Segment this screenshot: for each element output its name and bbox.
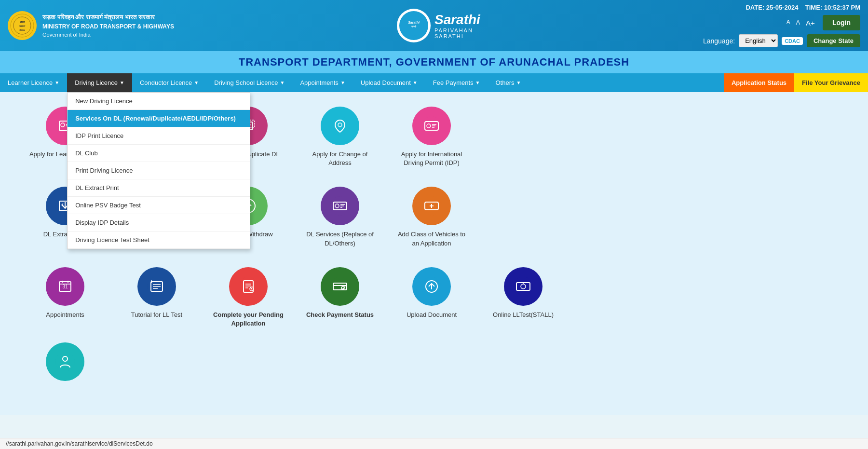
nav-others-label: Others <box>495 79 514 86</box>
nav-file-grievance[interactable]: File Your Grievance <box>794 73 868 92</box>
cdac-badge: CDAC <box>782 37 803 45</box>
nav-driving-school[interactable]: Driving School Licence ▼ <box>206 73 292 92</box>
sarathi-label: SARATHI <box>434 33 464 39</box>
sarathi-text: Sarathi PARIVAHAN SARATHI <box>434 12 480 39</box>
dept-banner-text: TRANSPORT DEPARTMENT, GOVERNMENT OF ARUN… <box>239 56 629 68</box>
header: भारत सरकार INDIA सड़क परिवहन और राजमार्ग… <box>0 0 868 51</box>
svg-text:भारत: भारत <box>20 21 25 24</box>
nav-driving-school-arrow: ▼ <box>280 80 285 85</box>
nav-upload-document[interactable]: Upload Document ▼ <box>353 73 425 92</box>
sarathi-circle-inner: Sarathi सारथी <box>399 11 428 40</box>
card-change-address[interactable]: Apply for Change of Address <box>304 107 376 167</box>
card-pending-application-icon <box>229 267 268 306</box>
change-state-button[interactable]: Change State <box>807 34 860 47</box>
font-small[interactable]: A <box>785 18 792 28</box>
date-value: 25-05-2024 <box>766 4 799 11</box>
datetime: DATE: 25-05-2024 TIME: 10:52:37 PM <box>746 4 860 11</box>
dropdown-services-dl[interactable]: Services On DL (Renewal/Duplicate/AEDL/I… <box>68 110 250 127</box>
card-dl-services[interactable]: DL Services (Replace of DL/Others) <box>304 187 376 247</box>
ministry-text: सड़क परिवहन और राजमार्ग मंत्रालय भारत सर… <box>42 13 174 39</box>
time-label: TIME: <box>805 4 822 11</box>
dropdown-idp-details[interactable]: Display IDP Details <box>68 214 250 231</box>
dropdown-dl-extract[interactable]: DL Extract Print <box>68 179 250 197</box>
dropdown-idp-print[interactable]: IDP Print Licence <box>68 127 250 145</box>
nav-driving-school-label: Driving School Licence <box>214 79 278 86</box>
card-appointments-label: Appointments <box>46 311 84 319</box>
card-payment-status-icon <box>321 267 359 306</box>
card-tutorial-ll-icon <box>137 267 176 306</box>
dropdown-psv-badge[interactable]: Online PSV Badge Test <box>68 197 250 214</box>
header-center: Sarathi सारथी Sarathi PARIVAHAN SARATHI <box>397 9 480 42</box>
language-select[interactable]: English हिंदी <box>739 34 778 47</box>
nav-driving-licence-label: Driving Licence <box>75 79 118 86</box>
card-pending-application[interactable]: Complete your Pending Application <box>212 267 285 328</box>
nav-upload-document-label: Upload Document <box>361 79 411 86</box>
card-dl-services-icon <box>321 187 359 225</box>
card-upload-document-icon <box>412 267 451 306</box>
card-add-class-vehicles-icon <box>412 187 451 225</box>
service-cards-row4 <box>0 338 868 395</box>
card-online-lltest-icon <box>504 267 542 306</box>
hindi-title: सड़क परिवहन और राजमार्ग मंत्रालय भारत सर… <box>42 13 174 22</box>
card-add-class-vehicles-label: Add Class of Vehicles to an Application <box>395 230 468 247</box>
card-payment-status-label: Check Payment Status <box>306 311 374 319</box>
nav-appointments[interactable]: Appointments ▼ <box>292 73 353 92</box>
font-large[interactable]: A+ <box>804 18 817 28</box>
dropdown-new-dl[interactable]: New Driving Licence <box>68 93 250 110</box>
card-tutorial-ll[interactable]: Tutorial for LL Test <box>121 267 193 328</box>
card-extra[interactable] <box>29 342 101 386</box>
card-upload-document[interactable]: Upload Document <box>395 267 468 328</box>
svg-text:31: 31 <box>62 284 68 289</box>
nav-file-grievance-label: File Your Grievance <box>802 79 860 86</box>
parivahan-label: PARIVAHAN <box>434 27 473 33</box>
service-cards-row3: 31 Appointments Tutorial for LL Test <box>0 258 868 338</box>
dropdown-print-dl[interactable]: Print Driving Licence <box>68 162 250 179</box>
nav-driving-licence[interactable]: Driving Licence ▼ New Driving Licence Se… <box>67 73 132 92</box>
card-upload-document-label: Upload Document <box>407 311 457 319</box>
card-idp-label: Apply for International Driving Permit (… <box>395 150 468 167</box>
dropdown-dl-club[interactable]: DL Club <box>68 145 250 162</box>
card-pending-application-label: Complete your Pending Application <box>212 311 285 328</box>
card-idp[interactable]: Apply for International Driving Permit (… <box>395 107 468 167</box>
sarathi-logo: Sarathi सारथी Sarathi PARIVAHAN SARATHI <box>397 9 480 42</box>
english-title: MINISTRY OF ROAD TRANSPORT & HIGHWAYS <box>42 22 174 31</box>
nav-fee-payments-label: Fee Payments <box>433 79 474 86</box>
card-online-lltest[interactable]: Online LLTest(STALL) <box>487 267 559 328</box>
gov-label: Government of India <box>42 31 174 39</box>
card-tutorial-ll-label: Tutorial for LL Test <box>131 311 182 319</box>
government-emblem: भारत सरकार INDIA <box>8 11 37 40</box>
nav-application-status[interactable]: Application Status <box>724 73 794 92</box>
nav-others[interactable]: Others ▼ <box>488 73 529 92</box>
header-right: DATE: 25-05-2024 TIME: 10:52:37 PM A A A… <box>703 4 860 47</box>
card-appointments[interactable]: 31 Appointments <box>29 267 101 328</box>
nav-fee-payments[interactable]: Fee Payments ▼ <box>425 73 488 92</box>
card-online-lltest-label: Online LLTest(STALL) <box>493 311 554 319</box>
card-idp-icon <box>412 107 451 145</box>
dept-banner: TRANSPORT DEPARTMENT, GOVERNMENT OF ARUN… <box>0 51 868 73</box>
card-change-address-icon <box>321 107 359 145</box>
svg-point-63 <box>239 277 258 296</box>
card-payment-status[interactable]: Check Payment Status <box>304 267 376 328</box>
nav-others-arrow: ▼ <box>516 80 521 85</box>
nav-learner-licence[interactable]: Learner Licence ▼ <box>0 73 67 92</box>
driving-licence-dropdown: New Driving Licence Services On DL (Rene… <box>67 92 250 249</box>
font-medium[interactable]: A <box>794 18 802 28</box>
nav-conductor-licence[interactable]: Conductor Licence ▼ <box>132 73 206 92</box>
svg-text:सरकार: सरकार <box>19 25 26 27</box>
language-section: Language: English हिंदी CDAC Change Stat… <box>703 34 860 47</box>
language-label: Language: <box>703 37 735 45</box>
card-add-class-vehicles[interactable]: Add Class of Vehicles to an Application <box>395 187 468 247</box>
svg-text:INDIA: INDIA <box>20 29 25 31</box>
font-controls: A A A+ <box>785 18 817 28</box>
time-value: 10:52:37 PM <box>824 4 860 11</box>
nav-appointments-label: Appointments <box>300 79 339 86</box>
nav-learner-licence-arrow: ▼ <box>54 80 59 85</box>
sarathi-circle: Sarathi सारथी <box>397 9 431 42</box>
card-change-address-label: Apply for Change of Address <box>304 150 376 167</box>
login-button[interactable]: Login <box>823 15 860 30</box>
svg-text:सारथी: सारथी <box>411 25 417 28</box>
dropdown-dl-test-sheet[interactable]: Driving Licence Test Sheet <box>68 231 250 249</box>
nav-driving-licence-arrow: ▼ <box>120 80 124 85</box>
card-appointments-icon: 31 <box>46 267 84 306</box>
svg-text:Sarathi: Sarathi <box>408 21 420 24</box>
